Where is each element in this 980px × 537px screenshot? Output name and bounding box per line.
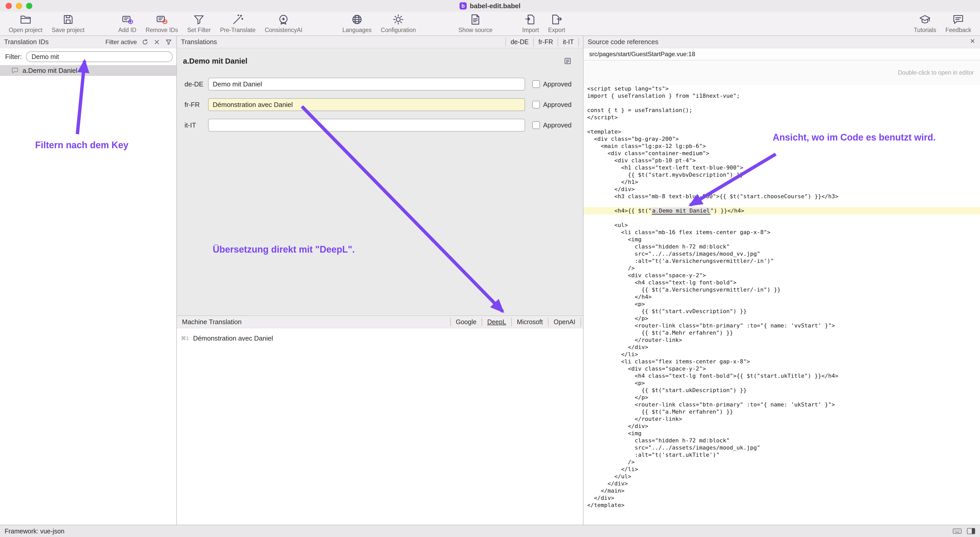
code-line[interactable]: <div class="space-y-2"> bbox=[584, 272, 980, 279]
tutorials-button[interactable]: Tutorials bbox=[909, 12, 941, 35]
code-line[interactable]: :alt="t('a.Versicherungsvermittler/-in')… bbox=[584, 258, 980, 265]
code-line[interactable]: <ul> bbox=[584, 221, 980, 229]
code-line[interactable]: {{ $t("start.vvDescription") }} bbox=[584, 308, 980, 315]
save-project-button[interactable]: Save project bbox=[47, 12, 89, 35]
code-line[interactable]: <div class="space-y-2"> bbox=[584, 365, 980, 372]
translation-input-it[interactable] bbox=[208, 119, 525, 132]
approved-checkbox-it[interactable] bbox=[532, 121, 540, 129]
code-line[interactable]: {{ $t("start.ukDescription") }} bbox=[584, 387, 980, 394]
tab-it-IT[interactable]: it-IT bbox=[558, 38, 579, 46]
code-line[interactable] bbox=[584, 121, 980, 128]
open-project-button[interactable]: Open project bbox=[4, 12, 47, 35]
set-filter-button[interactable]: Set Filter bbox=[183, 12, 215, 35]
code-line[interactable]: <li class="mb-16 flex items-center gap-x… bbox=[584, 229, 980, 236]
code-line[interactable]: </p> bbox=[584, 315, 980, 322]
code-line[interactable]: <img bbox=[584, 430, 980, 437]
code-line[interactable]: {{ $t("a.Mehr erfahren") }} bbox=[584, 408, 980, 416]
export-button[interactable]: Export bbox=[544, 12, 570, 35]
zoom-window-button[interactable] bbox=[26, 3, 32, 9]
code-line[interactable]: </div> bbox=[584, 480, 980, 487]
mt-provider-google[interactable]: Google bbox=[450, 318, 482, 327]
code-line[interactable]: {{ $t("a.Mehr erfahren") }} bbox=[584, 329, 980, 336]
code-line[interactable] bbox=[584, 200, 980, 207]
source-code-view[interactable]: <script setup lang="ts">import { useTran… bbox=[584, 85, 980, 525]
mt-provider-microsoft[interactable]: Microsoft bbox=[511, 318, 548, 327]
code-line[interactable]: </div> bbox=[584, 422, 980, 430]
approved-checkbox-fr[interactable] bbox=[532, 101, 540, 108]
code-line[interactable]: <router-link class="btn-primary" :to="{ … bbox=[584, 322, 980, 329]
filter-funnel-icon[interactable] bbox=[165, 38, 172, 46]
clear-filter-icon[interactable] bbox=[153, 38, 161, 46]
code-line[interactable]: </main> bbox=[584, 487, 980, 494]
code-line[interactable]: </div> bbox=[584, 344, 980, 351]
code-line[interactable]: </script> bbox=[584, 114, 980, 121]
code-line[interactable]: </div> bbox=[584, 494, 980, 502]
code-line[interactable] bbox=[584, 99, 980, 107]
code-line[interactable]: :alt="t('start.ukTitle')" bbox=[584, 451, 980, 459]
add-id-button[interactable]: Add ID bbox=[114, 12, 141, 35]
translation-id-item[interactable]: a.Demo mit Daniel bbox=[0, 65, 176, 76]
code-line[interactable]: </router-link> bbox=[584, 416, 980, 422]
code-line[interactable] bbox=[584, 214, 980, 221]
tab-fr-FR[interactable]: fr-FR bbox=[533, 38, 558, 46]
code-line[interactable]: <img bbox=[584, 236, 980, 243]
code-line[interactable]: </ul> bbox=[584, 473, 980, 480]
code-line[interactable]: </template> bbox=[584, 502, 980, 509]
code-line[interactable]: <script setup lang="ts"> bbox=[584, 85, 980, 92]
code-line[interactable]: </h4> bbox=[584, 293, 980, 301]
feedback-button[interactable]: Feedback bbox=[941, 12, 976, 35]
highlighted-translation-key[interactable]: a.Demo mit Daniel bbox=[652, 207, 710, 215]
code-line[interactable]: class="hidden h-72 md:block" bbox=[584, 437, 980, 444]
minimize-window-button[interactable] bbox=[16, 3, 22, 9]
mt-suggestion-row[interactable]: ⌘1 Démonstration avec Daniel bbox=[177, 332, 583, 344]
languages-button[interactable]: Languages bbox=[338, 12, 376, 35]
code-line[interactable]: /> bbox=[584, 265, 980, 272]
keyboard-icon[interactable] bbox=[953, 528, 961, 534]
code-line[interactable]: /> bbox=[584, 459, 980, 466]
code-line[interactable]: </li> bbox=[584, 466, 980, 473]
code-line[interactable]: src="../../assets/images/mood_uk.jpg" bbox=[584, 444, 980, 451]
code-line[interactable]: import { useTranslation } from "i18next-… bbox=[584, 92, 980, 99]
panel-layout-icon[interactable] bbox=[967, 528, 975, 534]
notes-icon[interactable] bbox=[563, 57, 572, 65]
show-source-button[interactable]: Show source bbox=[454, 12, 497, 35]
code-line[interactable]: <router-link class="btn-primary" :to="{ … bbox=[584, 401, 980, 408]
source-file-reference[interactable]: src/pages/start/GuestStartPage.vue:18 bbox=[584, 48, 980, 61]
code-line[interactable]: const { t } = useTranslation(); bbox=[584, 107, 980, 114]
remove-ids-button[interactable]: Remove IDs bbox=[141, 12, 183, 35]
code-line[interactable]: <h3 class="mb-8 text-blue-900">{{ $t("st… bbox=[584, 193, 980, 200]
code-line[interactable]: </h1> bbox=[584, 178, 980, 186]
refresh-icon[interactable] bbox=[142, 38, 149, 46]
consistency-ai-button[interactable]: ConsistencyAI bbox=[260, 12, 307, 35]
code-line[interactable]: <h4>{{ $t("a.Demo mit Daniel") }}</h4> bbox=[584, 207, 980, 214]
code-line[interactable]: <main class="lg:px-12 lg:pb-6"> bbox=[584, 143, 980, 150]
code-line[interactable]: <h4 class="text-lg font-bold">{{ $t("sta… bbox=[584, 372, 980, 379]
close-window-button[interactable] bbox=[6, 3, 12, 9]
configuration-button[interactable]: Configuration bbox=[376, 12, 420, 35]
code-line[interactable]: <h4 class="text-lg font-bold"> bbox=[584, 279, 980, 286]
tab-de-DE[interactable]: de-DE bbox=[505, 38, 533, 46]
mt-provider-deepl[interactable]: DeepL bbox=[482, 318, 511, 327]
translation-input-fr[interactable] bbox=[208, 98, 525, 111]
import-button[interactable]: Import bbox=[518, 12, 544, 35]
code-line[interactable]: <li class="flex items-center gap-x-8"> bbox=[584, 358, 980, 365]
translation-input-de[interactable] bbox=[208, 78, 525, 91]
code-line[interactable]: <h1 class="text-left text-blue-900"> bbox=[584, 164, 980, 171]
code-line[interactable]: {{ $t("start.myvbvDescription") }} bbox=[584, 171, 980, 178]
code-line[interactable]: </p> bbox=[584, 394, 980, 401]
code-line[interactable]: <div class="container-medium"> bbox=[584, 150, 980, 157]
approved-checkbox-de[interactable] bbox=[532, 80, 540, 88]
code-line[interactable]: <div class="pb-10 pt-4"> bbox=[584, 157, 980, 164]
code-line[interactable]: </router-link> bbox=[584, 336, 980, 344]
code-line[interactable]: </div> bbox=[584, 186, 980, 193]
close-panel-button[interactable] bbox=[969, 38, 976, 46]
filter-input[interactable] bbox=[26, 51, 173, 62]
code-line[interactable]: <p> bbox=[584, 301, 980, 308]
code-line[interactable]: class="hidden h-72 md:block" bbox=[584, 243, 980, 250]
code-line[interactable]: </li> bbox=[584, 351, 980, 358]
code-line[interactable]: <p> bbox=[584, 379, 980, 387]
code-line[interactable]: src="../../assets/images/mood_vv.jpg" bbox=[584, 250, 980, 258]
pre-translate-button[interactable]: Pre-Translate bbox=[215, 12, 260, 35]
mt-provider-openai[interactable]: OpenAI bbox=[548, 318, 581, 327]
code-line[interactable]: {{ $t("a.Versicherungsvermittler/-in") }… bbox=[584, 286, 980, 293]
